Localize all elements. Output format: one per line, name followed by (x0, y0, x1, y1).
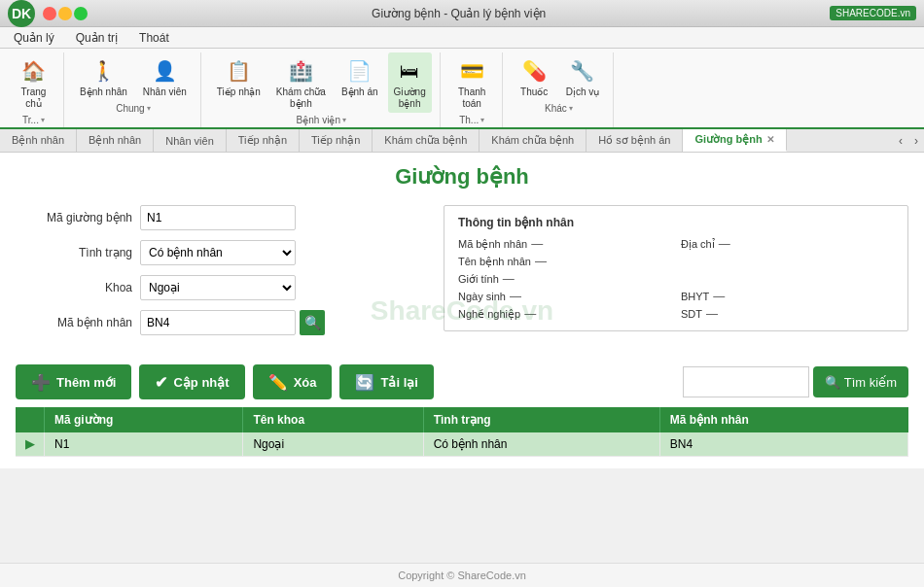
ribbon-btn-thanhtoan[interactable]: 💳 Thanhtoán (450, 52, 494, 113)
input-mabenhnhan[interactable] (140, 310, 296, 335)
search-small-icon: 🔍 (304, 315, 321, 330)
form-right: Thông tin bệnh nhân Mã bệnh nhân — Địa c… (444, 205, 908, 345)
info-label-sdt: SDT (681, 308, 702, 320)
label-tinhtrang: Tình trạng (16, 246, 132, 259)
ribbon-btn-tiepnhan[interactable]: 📋 Tiếp nhận (211, 52, 267, 101)
table-row[interactable]: ▶ N1 Ngoại Có bệnh nhân BN4 (16, 432, 908, 457)
tai-lai-button[interactable]: 🔄 Tải lại (339, 364, 433, 399)
staff-icon: 👤 (149, 55, 180, 86)
main-content: Giường bệnh Mã giường bệnh Tình trạng Có… (0, 153, 924, 468)
col-header-arrow (16, 407, 45, 432)
label-magiuong: Mã giường bệnh (16, 211, 132, 224)
search-input[interactable] (683, 366, 809, 397)
info-label-mabenhnhan: Mã bệnh nhân (458, 238, 527, 251)
tab-prev-btn[interactable]: ‹ (893, 129, 908, 153)
cap-nhat-button[interactable]: ✔ Cập nhật (139, 364, 244, 399)
ribbon-group-khac: 💊 Thuốc 🔧 Dịch vụ Khác▾ (505, 52, 615, 127)
erase-icon: ✏️ (268, 373, 288, 392)
form-row-tinhtrang: Tình trạng Có bệnh nhân Trống (16, 240, 424, 265)
form-section: Mã giường bệnh Tình trạng Có bệnh nhân T… (16, 205, 908, 345)
ribbon-label-dichvu: Dịch vụ (566, 86, 600, 98)
tab-benhnhan-1[interactable]: Bệnh nhân (0, 129, 77, 152)
page-title: Giường bệnh (16, 164, 908, 190)
home-icon: 🏠 (18, 55, 50, 86)
record-icon: 📄 (344, 55, 375, 86)
search-main-icon: 🔍 (825, 375, 840, 390)
ribbon-btn-khamchuabenh[interactable]: 🏥 Khám chữabệnh (270, 52, 332, 113)
refresh-icon: 🔄 (355, 373, 374, 392)
tab-bar: Bệnh nhân Bệnh nhân Nhân viên Tiếp nhận … (0, 129, 924, 153)
title-bar: DK Giường bệnh - Quản lý bệnh viện SHARE… (0, 0, 924, 27)
ribbon-group-label-home: Tr...▾ (22, 115, 45, 125)
window-title: Giường bệnh - Quản lý bệnh viện (88, 7, 830, 20)
ribbon-btn-dichvu[interactable]: 🔧 Dịch vụ (560, 52, 606, 101)
tim-kiem-button[interactable]: 🔍 Tìm kiếm (813, 366, 908, 397)
row-arrow: ▶ (16, 432, 45, 457)
col-header-tenkhoa: Tên khoa (243, 407, 423, 432)
ribbon-label-thanhtoan: Thanhtoán (458, 86, 485, 110)
ribbon-btn-thuoc[interactable]: 💊 Thuốc (513, 52, 556, 101)
ribbon-group-thanhtoan: 💳 Thanhtoán Th...▾ (443, 52, 503, 127)
input-magiuong[interactable] (140, 205, 296, 230)
cell-magiuong: N1 (45, 432, 243, 457)
footer: Copyright © ShareCode.vn (0, 563, 924, 587)
select-khoa[interactable]: Ngoại Nội (140, 275, 296, 300)
menu-quanly[interactable]: Quản lý (4, 29, 64, 47)
patient-info-box: Thông tin bệnh nhân Mã bệnh nhân — Địa c… (444, 205, 908, 331)
xoa-button[interactable]: ✏️ Xóa (253, 364, 333, 399)
ribbon-group-label-thanhtoan: Th...▾ (459, 115, 484, 125)
form-row-mabenhnhan: Mã bệnh nhân 🔍 (16, 310, 424, 335)
cell-mabenhnhan: BN4 (659, 432, 907, 457)
info-row-ngaysinh: Ngày sinh — (458, 290, 671, 303)
examine-icon: 🏥 (285, 55, 316, 86)
bed-icon: 🛏 (394, 55, 425, 86)
tab-navigation: ‹ › (893, 129, 924, 153)
label-khoa: Khoa (16, 281, 132, 294)
ribbon-group-label-benhvien: Bệnh viện▾ (297, 115, 346, 125)
tab-giuongbenh[interactable]: Giường bệnh ✕ (683, 129, 786, 152)
ribbon-btn-nhanvien[interactable]: 👤 Nhân viên (137, 52, 193, 101)
ribbon-group-label-khac: Khác▾ (545, 103, 573, 114)
app-logo: DK (8, 0, 35, 27)
ribbon-label-trangchu: Trangchủ (21, 86, 47, 110)
ribbon-btn-benhan[interactable]: 📄 Bệnh án (336, 52, 384, 101)
info-row-tenbenhnhan: Tên bệnh nhân — (458, 255, 671, 268)
tab-tiepnhan-2[interactable]: Tiếp nhận (300, 129, 373, 152)
tab-khamchuabenh-1[interactable]: Khám chữa bệnh (373, 129, 480, 152)
col-header-mabenhnhan: Mã bệnh nhân (659, 407, 907, 432)
reception-icon: 📋 (223, 55, 254, 86)
tab-benhnhan-2[interactable]: Bệnh nhân (77, 129, 154, 152)
info-label-ngaysinh: Ngày sinh (458, 291, 506, 302)
ribbon-btn-benhnhan[interactable]: 🚶 Bệnh nhân (74, 52, 133, 101)
info-label-bhyt: BHYT (681, 291, 709, 302)
check-icon: ✔ (155, 373, 167, 392)
them-moi-button[interactable]: ➕ Thêm mới (16, 364, 131, 399)
search-benhnhan-btn[interactable]: 🔍 (300, 310, 325, 335)
select-tinhtrang[interactable]: Có bệnh nhân Trống (140, 240, 296, 265)
ribbon-group-label-chung: Chung▾ (116, 103, 150, 114)
info-row-nghenghiep: Nghề nghiệp — (458, 307, 671, 321)
ribbon-label-benhan: Bệnh án (341, 86, 378, 98)
tab-close-giuongbenh[interactable]: ✕ (766, 134, 774, 145)
menu-quantri[interactable]: Quản trị (66, 29, 127, 47)
ribbon-label-khamchuabenh: Khám chữabệnh (276, 86, 326, 110)
data-table: Mã giường Tên khoa Tình trạng Mã bệnh nh… (16, 407, 908, 457)
label-mabenhnhan: Mã bệnh nhân (16, 316, 132, 329)
tab-next-btn[interactable]: › (908, 129, 924, 153)
col-header-magiuong: Mã giường (45, 407, 243, 432)
tab-khamchuabenh-2[interactable]: Khám chữa bệnh (480, 129, 586, 152)
menu-bar: Quản lý Quản trị Thoát (0, 27, 924, 49)
menu-thoat[interactable]: Thoát (129, 29, 179, 47)
ribbon-btn-giuongbenh[interactable]: 🛏 Giườngbệnh (388, 52, 432, 113)
ribbon-btn-trangghu[interactable]: 🏠 Trangchủ (12, 52, 55, 113)
tab-nhanvien[interactable]: Nhân viên (154, 129, 227, 152)
info-label-tenbenhnhan: Tên bệnh nhân (458, 256, 531, 268)
ribbon-label-nhanvien: Nhân viên (143, 86, 187, 98)
tab-tiepnhan-1[interactable]: Tiếp nhận (227, 129, 300, 152)
action-bar: ➕ Thêm mới ✔ Cập nhật ✏️ Xóa 🔄 Tải lại 🔍… (16, 364, 908, 399)
patient-info-grid: Mã bệnh nhân — Địa chỉ — Tên bệnh nhân —… (458, 237, 894, 321)
tab-hosobenhan[interactable]: Hồ sơ bệnh án (586, 129, 683, 152)
form-left: Mã giường bệnh Tình trạng Có bệnh nhân T… (16, 205, 424, 345)
ribbon-label-benhnhan: Bệnh nhân (80, 86, 127, 98)
info-row-sdt: SDT — (681, 307, 894, 321)
